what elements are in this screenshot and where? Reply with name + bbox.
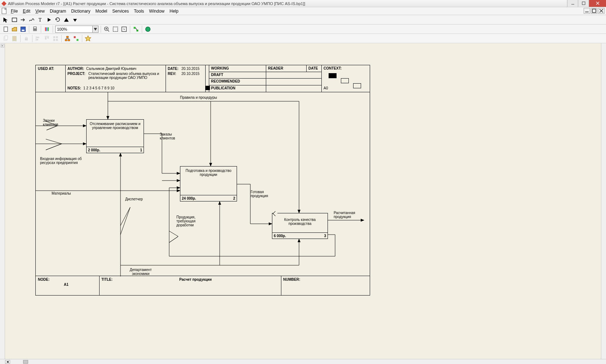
zoom-fit-button[interactable] xyxy=(112,26,119,33)
rev-label: REV: xyxy=(168,72,176,76)
toolbox-toolbar: T xyxy=(0,15,606,25)
activity-3-cost: 6 000р. xyxy=(274,234,286,238)
menu-window[interactable]: Window xyxy=(147,8,167,14)
date-label: DATE: xyxy=(168,67,179,71)
menu-diagram[interactable]: Diagram xyxy=(48,8,68,14)
lock-button[interactable] xyxy=(23,35,30,42)
down-tool[interactable] xyxy=(71,16,79,23)
zoom-in-button[interactable] xyxy=(103,26,110,33)
open-button[interactable] xyxy=(11,26,18,33)
label-dispatcher: Диспетчер xyxy=(125,197,143,201)
diagram-canvas[interactable]: USED AT: AUTHOR: Сальников Дмитрий Юрьев… xyxy=(5,43,606,359)
zoom-combo[interactable]: 100% xyxy=(55,26,98,33)
zoom-dropdown-icon[interactable] xyxy=(92,26,98,32)
refresh-tool[interactable] xyxy=(54,16,61,23)
squiggle-tool[interactable] xyxy=(28,16,35,23)
mdi-restore-button[interactable] xyxy=(591,8,597,14)
close-button[interactable] xyxy=(589,0,606,7)
window-title: AllFusion Process Modeler r7 - [(A1) Рас… xyxy=(8,1,305,6)
play-tool[interactable] xyxy=(45,16,53,23)
menu-help[interactable]: Help xyxy=(167,8,181,14)
org-button[interactable] xyxy=(64,35,71,42)
activity-1-num: 1 xyxy=(140,148,142,152)
rev-value: 20.10.2015 xyxy=(181,72,199,76)
activity-box-tool[interactable] xyxy=(11,16,18,23)
minimize-button[interactable] xyxy=(567,0,578,7)
context-node: A0 xyxy=(324,86,328,90)
workspace: × USED AT: AUTHOR: Сал xyxy=(0,43,606,359)
svg-rect-14 xyxy=(48,27,49,31)
label-rules: Правила и процедуры xyxy=(180,96,217,99)
properties-button[interactable] xyxy=(73,35,80,42)
model-explorer-button[interactable] xyxy=(132,26,140,33)
activity-box-1[interactable]: Отслеживание расписанием и управление пр… xyxy=(86,119,144,153)
align-top-button[interactable] xyxy=(43,35,50,42)
menu-dictionary[interactable]: Dictionary xyxy=(69,8,92,14)
menu-services[interactable]: Services xyxy=(110,8,131,14)
diagram-arrows xyxy=(36,65,144,119)
new-button[interactable] xyxy=(2,26,9,33)
label-orders: Заказы клиентов xyxy=(160,132,181,140)
context-box-3 xyxy=(353,83,361,88)
report-button[interactable] xyxy=(43,26,50,33)
copy-button[interactable] xyxy=(2,35,9,42)
label-rework: Продукция, требующая доработки xyxy=(176,215,209,227)
status-draft: DRAFT xyxy=(211,73,223,77)
svg-text:T: T xyxy=(39,17,42,23)
wizard-button[interactable] xyxy=(84,35,92,42)
svg-rect-31 xyxy=(36,39,38,40)
menu-view[interactable]: View xyxy=(33,8,47,14)
activity-2-title: Подготовка и производство продукции xyxy=(180,167,237,179)
title-value: Расчет продукции xyxy=(179,278,212,281)
zoom-page-button[interactable] xyxy=(120,26,128,33)
arrow-tool[interactable] xyxy=(19,16,27,23)
diagram-sheet[interactable]: USED AT: AUTHOR: Сальников Дмитрий Юрьев… xyxy=(35,65,370,296)
svg-rect-28 xyxy=(25,38,28,40)
svg-rect-26 xyxy=(5,36,8,39)
context-box-2 xyxy=(341,78,349,83)
save-button[interactable] xyxy=(19,26,27,33)
menu-tools[interactable]: Tools xyxy=(132,8,146,14)
spellcheck-button[interactable] xyxy=(144,26,152,33)
menu-edit[interactable]: Edit xyxy=(21,8,32,14)
window-titlebar: AllFusion Process Modeler r7 - [(A1) Рас… xyxy=(0,0,606,7)
title-label: TITLE: xyxy=(101,278,113,281)
vertical-scrollbar[interactable] xyxy=(601,43,606,359)
svg-point-24 xyxy=(146,27,150,31)
grid-button[interactable] xyxy=(52,35,59,42)
activity-2-num: 2 xyxy=(233,196,235,200)
svg-line-16 xyxy=(108,30,109,31)
status-publication: PUBLICATION xyxy=(211,86,236,90)
document-icon xyxy=(1,8,7,14)
svg-rect-5 xyxy=(12,18,17,21)
context-label: CONTEXT: xyxy=(324,66,342,70)
svg-rect-30 xyxy=(36,36,39,38)
activity-box-3[interactable]: Контроль качества производства 6 000р. 3 xyxy=(272,213,328,239)
menu-model[interactable]: Model xyxy=(93,8,110,14)
pointer-tool[interactable] xyxy=(2,16,9,23)
activity-1-title: Отслеживание расписанием и управление пр… xyxy=(87,120,144,132)
paste-button[interactable] xyxy=(11,35,18,42)
align-left-button[interactable] xyxy=(35,35,42,42)
horizontal-scrollbar[interactable]: ◂ xyxy=(0,359,606,364)
status-marker xyxy=(206,86,210,90)
print-button[interactable] xyxy=(31,26,39,33)
mdi-minimize-button[interactable] xyxy=(584,8,590,14)
zoom-value: 100% xyxy=(57,27,67,31)
activity-1-cost: 2 000р. xyxy=(88,148,100,152)
activity-box-2[interactable]: Подготовка и производство продукции 24 0… xyxy=(180,166,237,201)
svg-rect-1 xyxy=(582,2,585,5)
text-tool[interactable]: T xyxy=(37,16,44,23)
tertiary-toolbar xyxy=(0,34,606,43)
label-calculated: Расчитанная продукция xyxy=(334,211,363,219)
svg-rect-38 xyxy=(56,39,58,41)
menu-file[interactable]: File xyxy=(9,8,20,14)
maximize-button[interactable] xyxy=(578,0,589,7)
svg-rect-9 xyxy=(22,30,25,31)
number-label: NUMBER: xyxy=(283,278,300,281)
mdi-close-button[interactable] xyxy=(598,8,605,14)
svg-rect-21 xyxy=(134,27,136,28)
triangle-tool[interactable] xyxy=(63,16,70,23)
node-label: NODE: xyxy=(38,278,49,281)
side-rail-close-icon[interactable]: × xyxy=(1,44,4,48)
